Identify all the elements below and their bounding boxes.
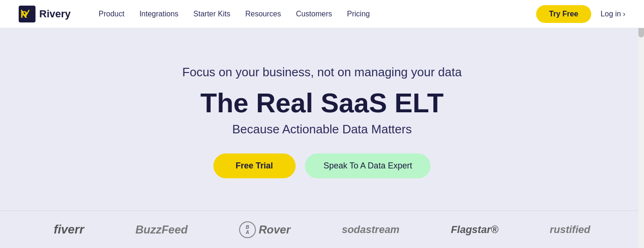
try-free-button[interactable]: Try Free <box>536 5 591 23</box>
navbar: R Rivery Product Integrations Starter Ki… <box>0 0 644 28</box>
login-label: Log in <box>601 10 621 18</box>
login-link[interactable]: Log in › <box>601 10 625 18</box>
free-trial-button[interactable]: Free Trial <box>213 153 296 178</box>
hero-section: Focus on your business, not on managing … <box>0 28 644 211</box>
logos-section: fiverr BuzzFeed BA Rover sodastream Flag… <box>0 211 644 248</box>
rover-badge-icon: BA <box>239 221 256 238</box>
hero-buttons: Free Trial Speak To A Data Expert <box>213 153 431 178</box>
scrollbar[interactable] <box>638 0 644 248</box>
logo-flagstar: Flagstar® <box>451 224 498 236</box>
speak-to-expert-button[interactable]: Speak To A Data Expert <box>305 153 431 178</box>
logo-text: Rivery <box>39 8 71 20</box>
logo[interactable]: R Rivery <box>19 6 71 22</box>
logo-rustified: rustified <box>550 224 590 236</box>
logo-fiverr: fiverr <box>54 222 84 237</box>
rivery-logo-icon: R <box>19 6 35 22</box>
nav-pricing[interactable]: Pricing <box>347 10 370 18</box>
nav-links: Product Integrations Starter Kits Resour… <box>99 10 536 18</box>
hero-title: The Real SaaS ELT <box>200 88 444 118</box>
nav-customers[interactable]: Customers <box>296 10 332 18</box>
login-arrow: › <box>623 10 625 18</box>
hero-subtitle: Focus on your business, not on managing … <box>182 65 461 80</box>
nav-resources[interactable]: Resources <box>245 10 281 18</box>
nav-starter-kits[interactable]: Starter Kits <box>193 10 230 18</box>
nav-integrations[interactable]: Integrations <box>139 10 178 18</box>
logo-buzzfeed: BuzzFeed <box>135 223 188 236</box>
nav-product[interactable]: Product <box>99 10 124 18</box>
nav-actions: Try Free Log in › <box>536 5 625 23</box>
logo-rover: BA Rover <box>239 221 290 238</box>
hero-description: Because Actionable Data Matters <box>232 122 411 137</box>
logo-sodastream: sodastream <box>342 224 400 236</box>
